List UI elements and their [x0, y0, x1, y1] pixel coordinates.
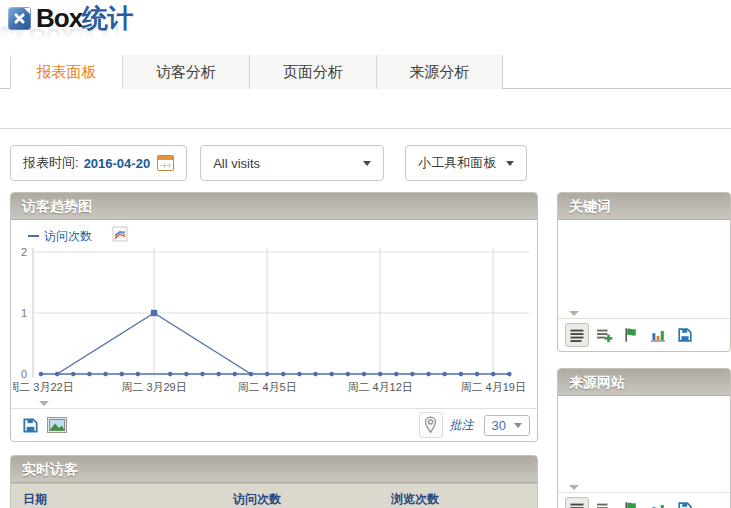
expand-handle-icon	[569, 311, 579, 316]
segment-selector[interactable]: All visits	[200, 145, 384, 181]
visitor-trend-header[interactable]: 访客趋势图	[11, 193, 537, 220]
data-point	[281, 372, 286, 377]
data-point	[216, 372, 221, 377]
expand-handle-icon	[39, 401, 49, 406]
data-point	[394, 372, 399, 377]
column-header-1[interactable]: 访问次数	[233, 491, 281, 508]
data-point	[119, 372, 124, 377]
y-tick-label: 1	[21, 307, 27, 319]
data-point	[459, 372, 464, 377]
column-header-0[interactable]: 日期	[23, 491, 47, 508]
data-point	[233, 372, 238, 377]
data-point	[55, 372, 60, 377]
header-divider	[0, 128, 731, 129]
export-icon[interactable]	[673, 323, 697, 347]
data-point	[39, 372, 44, 377]
bar-chart-icon[interactable]	[646, 323, 670, 347]
date-selector[interactable]: 报表时间: 2016-04-20	[10, 145, 187, 181]
goal-flag-icon[interactable]	[619, 497, 643, 508]
data-point	[329, 372, 334, 377]
chevron-down-icon	[506, 161, 514, 166]
visitor-trend-widget: 访客趋势图 访问次数 012周二 3月22日周二 3月29日周二 4月5日周二 …	[10, 192, 538, 442]
annotations-link[interactable]: 批注	[450, 417, 474, 434]
data-point	[410, 372, 415, 377]
data-point	[475, 372, 480, 377]
tab-pages[interactable]: 页面分析	[250, 55, 377, 89]
chevron-down-icon	[363, 161, 371, 166]
data-point	[103, 372, 108, 377]
keywords-toolbar	[558, 318, 730, 351]
x-tick-label: 周二 4月5日	[237, 381, 296, 393]
realtime-table-header: 日期访问次数浏览次数	[11, 483, 537, 508]
tab-visitors[interactable]: 访客分析	[123, 55, 250, 89]
referrer-websites-header[interactable]: 来源网站	[558, 369, 730, 396]
x-tick-label: 周二 3月29日	[121, 381, 186, 393]
row-limit-select[interactable]: 30	[484, 415, 530, 436]
x-tick-label: 周二 3月22日	[13, 381, 74, 393]
x-tick-label: 周二 4月12日	[347, 381, 412, 393]
chevron-down-icon	[514, 423, 522, 428]
referrers-toolbar	[558, 492, 730, 508]
metric-picker-icon[interactable]	[112, 226, 129, 247]
visits-line-chart[interactable]: 012周二 3月22日周二 3月29日周二 4月5日周二 4月12日周二 4月1…	[13, 244, 535, 402]
referrer-websites-title: 来源网站	[569, 374, 625, 390]
row-limit-value: 30	[492, 418, 506, 433]
data-point	[297, 372, 302, 377]
data-point	[265, 372, 270, 377]
data-point	[426, 372, 431, 377]
export-icon[interactable]	[18, 413, 42, 437]
expand-handle-icon	[569, 485, 579, 490]
main-tab-bar: 报表面板访客分析页面分析来源分析	[0, 55, 731, 89]
widgets-menu-button[interactable]: 小工具和面板	[405, 145, 527, 181]
keywords-title: 关键词	[569, 198, 611, 214]
dashboard-page: Box统计 Box统计 报表面板访客分析页面分析来源分析 报表时间: 2016-…	[0, 0, 731, 508]
keywords-widget: 关键词	[557, 192, 731, 352]
keywords-header[interactable]: 关键词	[558, 193, 730, 220]
data-point	[313, 372, 318, 377]
data-point	[136, 372, 141, 377]
table-more-icon[interactable]	[592, 497, 616, 508]
filter-row: 报表时间: 2016-04-20 All visits 小工具和面板	[10, 145, 527, 181]
export-icon[interactable]	[673, 497, 697, 508]
widgets-button-label: 小工具和面板	[418, 154, 496, 172]
logo-reflection: Box统计	[0, 25, 124, 51]
column-header-2[interactable]: 浏览次数	[391, 491, 439, 508]
image-export-icon[interactable]	[45, 413, 69, 437]
x-tick-label: 周二 4月19日	[460, 381, 525, 393]
data-point-peak	[151, 310, 157, 316]
legend-label: 访问次数	[44, 228, 92, 245]
chart-legend: 访问次数	[28, 228, 537, 244]
tab-dashboard[interactable]: 报表面板	[10, 55, 123, 89]
calendar-icon	[157, 155, 174, 171]
data-point	[507, 372, 512, 377]
legend-line-swatch	[28, 235, 39, 237]
data-point	[362, 372, 367, 377]
data-point	[184, 372, 189, 377]
data-point	[378, 372, 383, 377]
goal-flag-icon[interactable]	[619, 323, 643, 347]
annotation-pin-icon[interactable]	[419, 412, 443, 438]
date-label: 报表时间:	[23, 154, 79, 172]
data-point	[346, 372, 351, 377]
visitor-trend-title: 访客趋势图	[22, 198, 92, 214]
tab-referrers[interactable]: 来源分析	[377, 55, 503, 89]
data-point	[87, 372, 92, 377]
chart-footer: 批注 30	[11, 408, 537, 441]
bar-chart-icon[interactable]	[646, 497, 670, 508]
chart-footer-right: 批注 30	[419, 412, 530, 438]
table-icon[interactable]	[565, 497, 589, 508]
realtime-visitors-header[interactable]: 实时访客	[11, 456, 537, 483]
data-point	[168, 372, 173, 377]
table-more-icon[interactable]	[592, 323, 616, 347]
referrer-websites-widget: 来源网站	[557, 368, 731, 508]
y-tick-label: 2	[21, 246, 27, 258]
y-tick-label: 0	[21, 368, 27, 380]
data-point	[200, 372, 205, 377]
data-point	[71, 372, 76, 377]
table-icon[interactable]	[565, 323, 589, 347]
data-point	[249, 372, 254, 377]
data-point	[491, 372, 496, 377]
realtime-visitors-widget: 实时访客 日期访问次数浏览次数	[10, 455, 538, 508]
segment-value: All visits	[213, 156, 260, 171]
date-value: 2016-04-20	[84, 156, 151, 171]
